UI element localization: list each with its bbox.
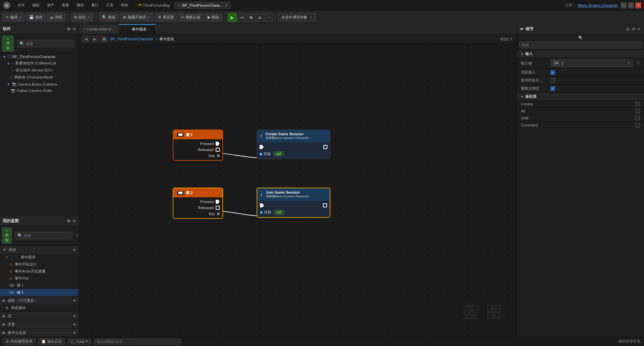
node2-key-circle[interactable] <box>217 212 220 215</box>
key-circle-pin[interactable] <box>217 154 220 157</box>
input-key-reset-button[interactable]: ↺ <box>637 61 640 65</box>
released-exec-pin[interactable] <box>216 148 220 152</box>
nav-back-button[interactable]: ◀ <box>83 36 90 42</box>
tree-item-capsule[interactable]: ▼ ○ 胶囊体组件 (CollisionCyli <box>0 60 78 67</box>
blueprint-settings-icon[interactable]: ⚙ <box>76 233 79 238</box>
tree-item-camera-boom[interactable]: ▼ 📷 Camera Boom (Camera <box>0 81 78 87</box>
close-button[interactable]: ✕ <box>635 2 641 8</box>
sidebar-item-event-tick[interactable]: ◇ 事件Tick <box>0 275 78 282</box>
create-target-pin[interactable] <box>260 153 262 155</box>
node1-pressed-pin[interactable]: Pressed <box>173 141 222 147</box>
tree-item-arrow[interactable]: → 箭头组件 (Arrow) 在C+ <box>0 67 78 74</box>
create-exec-out-pin[interactable] <box>323 145 327 149</box>
pressed-exec-pin[interactable] <box>216 142 220 146</box>
node2-pressed-pin[interactable]: Pressed <box>173 199 222 205</box>
override-parent-checkbox[interactable] <box>550 86 555 91</box>
tree-item-mesh[interactable]: □ 网格体 (CharacterMesh <box>0 74 78 81</box>
menu-edit[interactable]: 编辑 <box>28 2 42 9</box>
sidebar-item-construct[interactable]: ⚙ 构造脚本 <box>0 304 78 311</box>
component-search-input[interactable] <box>26 42 72 46</box>
detail-settings-icon[interactable]: ⚙ <box>632 27 635 32</box>
node1-released-pin[interactable]: Released <box>173 147 222 153</box>
menu-view[interactable]: 查看 <box>58 2 72 9</box>
simulate-button[interactable]: ▶ 模拟 <box>205 13 222 21</box>
stop-button[interactable]: ⏹ <box>247 13 255 21</box>
sidebar-item-event-begin[interactable]: ◇ 事件开始运行 <box>0 261 78 268</box>
input-section-header[interactable]: ▼ 输入 <box>517 50 644 58</box>
add-graph-button[interactable]: + <box>73 247 76 252</box>
node-join-game-session[interactable]: ƒ Join Game Session 目标是Menu System Chara… <box>257 188 330 218</box>
join-target-pin[interactable] <box>260 211 263 214</box>
create-exec-in-pin[interactable] <box>260 145 264 149</box>
node-event-2[interactable]: ⌨ 键 2 Pressed Released <box>173 188 223 219</box>
sidebar-item-event-overlap[interactable]: ◇ 事件Actor开始重叠 <box>0 268 78 275</box>
command-modifier-checkbox[interactable] <box>635 123 640 128</box>
source-control-label[interactable]: 源码管理关系. <box>618 339 641 344</box>
tab-bp-character[interactable]: BP_ThirdPersonChara... <box>182 3 222 7</box>
tab-bp-close[interactable]: ✕ <box>225 4 228 7</box>
menu-file[interactable]: 文件 <box>13 2 28 9</box>
cmd-button[interactable]: >_ Cmd ▼ <box>68 339 91 345</box>
node-event-1[interactable]: ⌨ 键 1 Pressed Released <box>173 130 223 161</box>
output-log-button[interactable]: 📋 输出日志 <box>38 338 65 345</box>
add-variable-button[interactable]: + <box>73 322 76 327</box>
add-blueprint-button[interactable]: + 添加 <box>2 228 12 244</box>
more-transport-button[interactable]: ⋯ <box>265 13 273 21</box>
save-button[interactable]: 💾 保存 <box>26 13 46 21</box>
parent-class-link[interactable]: Menu System Character <box>578 3 618 7</box>
compile-button[interactable]: ✏ 编译 ▼ <box>3 13 25 21</box>
tab-thirdpersonmap[interactable]: ThirdPersonMap <box>143 3 170 7</box>
sidebar-item-key1[interactable]: ⌨ 键 1 <box>0 282 78 289</box>
expand-view-button[interactable]: ⊞ <box>100 36 108 42</box>
find-button[interactable]: 🔍 查找 <box>99 13 118 21</box>
node2-released-pin[interactable]: Released <box>173 205 222 211</box>
join-exec-out-pin[interactable] <box>323 203 327 207</box>
my-bp-settings-icon[interactable]: ⚙ <box>67 219 70 224</box>
class-settings-button[interactable]: ⚙ 类设置 <box>155 13 177 21</box>
details-search-input[interactable] <box>519 42 642 48</box>
tab-event-graph[interactable]: ⋮⋮ 事件图表 ✕ <box>119 24 156 34</box>
console-input[interactable] <box>94 339 181 345</box>
alt-modifier-checkbox[interactable] <box>635 109 640 113</box>
join-exec-in-pin[interactable] <box>260 203 264 207</box>
graph-section[interactable]: ▼ 图表 + <box>0 245 78 254</box>
functions-section[interactable]: ▶ 函数（31可覆盖） + <box>0 296 78 304</box>
browse-button[interactable]: 🗁 浏览 <box>47 13 65 21</box>
menu-tools[interactable]: 工具 <box>102 2 116 9</box>
detail-close-icon[interactable]: ✕ <box>637 27 641 32</box>
node2-key-pin[interactable]: Key <box>173 211 222 217</box>
node1-key-pin[interactable]: Key <box>173 153 222 159</box>
modifiers-section-header[interactable]: ▼ 修改器 <box>517 93 644 101</box>
diff-button[interactable]: ⇆ 对比 ▼ <box>71 13 93 21</box>
hide-button[interactable]: 👁 隐藏不相关 ▼ <box>120 13 154 21</box>
detail-grid-icon[interactable]: ⊞ <box>626 27 630 32</box>
pause-execute-checkbox[interactable] <box>550 78 555 83</box>
maximize-button[interactable]: □ <box>628 2 634 8</box>
shift-modifier-checkbox[interactable] <box>635 116 640 120</box>
macros-section[interactable]: ▶ 宏 + <box>0 311 78 320</box>
nav-forward-button[interactable]: ▶ <box>92 36 98 42</box>
debug-select[interactable]: 未选中调试对象 ▼ <box>278 13 316 21</box>
node2-released-exec[interactable] <box>216 206 220 210</box>
add-function-button[interactable]: + <box>73 298 76 303</box>
breadcrumb-bp[interactable]: BP_ThirdPersonCharacter <box>110 37 153 41</box>
tree-item-follow-camera[interactable]: 📷 Follow Camera (Follo <box>0 87 78 94</box>
default-button[interactable]: ↩ 类默认值 <box>178 13 203 21</box>
consume-input-checkbox[interactable] <box>550 70 555 75</box>
play-button[interactable]: ▶ <box>228 13 237 22</box>
tab-construction-script[interactable]: ƒ Construction S... <box>79 24 119 34</box>
add-macro-button[interactable]: + <box>73 313 76 318</box>
menu-help[interactable]: 帮助 <box>117 2 131 9</box>
tree-item-bp-character[interactable]: ▼ ⬡ BP_ThirdPersonCharacter <box>0 53 78 60</box>
minimize-button[interactable]: — <box>621 2 627 8</box>
blueprint-canvas[interactable]: ⌨ 键 1 Pressed Released <box>79 44 517 337</box>
my-bp-close-icon[interactable]: ✕ <box>72 219 76 224</box>
sidebar-item-key2[interactable]: ⌨ 键 2 <box>0 289 78 296</box>
dispatchers-section[interactable]: ▶ 事件分发器 + <box>0 328 78 337</box>
control-modifier-checkbox[interactable] <box>635 102 640 106</box>
sidebar-item-event-graph[interactable]: ▼ ⋮⋮ 事件图表 <box>0 254 78 261</box>
blueprint-search-input[interactable] <box>24 234 70 238</box>
components-settings-icon[interactable]: ⚙ <box>67 27 70 32</box>
step-forward-button[interactable]: ⏭ <box>238 13 247 21</box>
variables-section[interactable]: ▶ 变量 + <box>0 320 78 328</box>
